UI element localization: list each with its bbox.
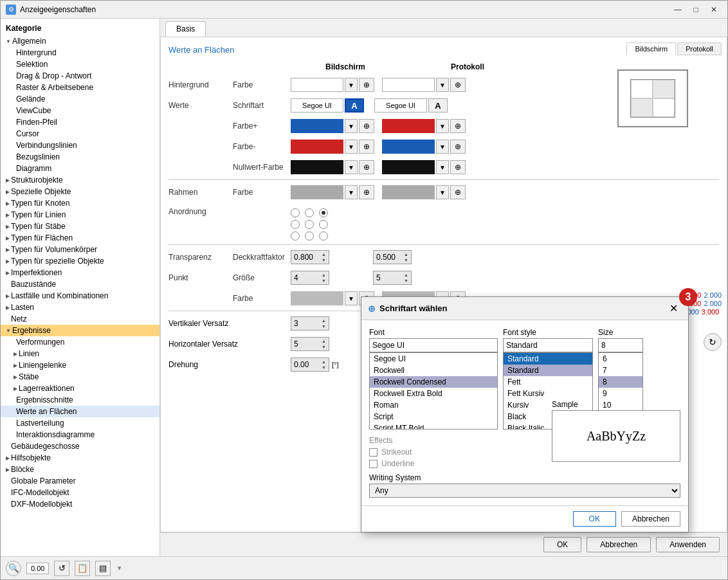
sidebar-item-bauzustaende[interactable]: Bauzustände xyxy=(1,278,159,290)
close-button[interactable]: ✕ xyxy=(705,3,722,16)
sidebar-item-lastverteilung[interactable]: Lastverteilung xyxy=(1,417,159,429)
hintergrund-picker-bildschirm[interactable]: ⊕ xyxy=(359,78,374,92)
sidebar-item-typenspez[interactable]: ▶ Typen für spezielle Objekte xyxy=(1,255,159,267)
radio-9[interactable] xyxy=(319,231,328,240)
sidebar-item-verbindungslinien[interactable]: Verbindungslinien xyxy=(1,140,159,151)
farbe-minus-color-bildschirm[interactable] xyxy=(291,140,343,154)
sidebar-item-bloecke[interactable]: ▶ Blöcke xyxy=(1,464,159,475)
style-item-standard2[interactable]: Standard xyxy=(504,365,592,376)
sidebar-item-strukturobjekte[interactable]: ▶ Strukturobjekte xyxy=(1,174,159,186)
radio-4[interactable] xyxy=(291,220,300,229)
sidebar-item-lagerreaktionen[interactable]: ▶ Lagerreaktionen xyxy=(1,383,159,394)
font-item-segoeui-top[interactable]: Segoe UI xyxy=(370,353,497,365)
font-listbox[interactable]: Segoe UI Rockwell Rockwell Condensed Roc… xyxy=(369,352,498,430)
strikeout-checkbox[interactable] xyxy=(369,448,378,457)
style-item-standard[interactable]: Standard xyxy=(504,353,592,365)
nullwert-color-protokoll[interactable] xyxy=(382,160,435,174)
sidebar-item-cursor[interactable]: Cursor xyxy=(1,128,159,140)
size-item-7[interactable]: 7 xyxy=(599,365,642,376)
dialog-ok-button[interactable]: OK xyxy=(573,511,616,527)
size-item-8[interactable]: 8 xyxy=(599,376,642,388)
sidebar-item-hintergrund[interactable]: Hintergrund xyxy=(1,47,159,59)
versatz-v-input[interactable]: 3 ▲▼ xyxy=(291,316,329,331)
farbe-plus-picker-bildschirm[interactable]: ⊕ xyxy=(359,119,374,133)
farbe-minus-color-protokoll[interactable] xyxy=(382,140,435,154)
side-tab-bildschirm[interactable]: Bildschirm xyxy=(626,42,676,55)
sidebar-item-bezugslinien[interactable]: Bezugslinien xyxy=(1,151,159,163)
transparenz-bildschirm[interactable]: 0.800 ▲▼ xyxy=(291,250,329,264)
size-item-6[interactable]: 6 xyxy=(599,353,642,365)
sidebar-item-ergebnisse[interactable]: ▼ Ergebnisse xyxy=(1,325,159,336)
sidebar-item-viewcube[interactable]: ViewCube xyxy=(1,105,159,116)
size-input[interactable] xyxy=(598,338,643,352)
hintergrund-color-btn-bildschirm[interactable]: ▼ xyxy=(345,78,358,92)
rahmen-btn-protokoll[interactable]: ▼ xyxy=(436,185,449,199)
groesse-bildschirm[interactable]: 4 ▲▼ xyxy=(291,271,329,285)
farbe-plus-color-bildschirm[interactable] xyxy=(291,119,343,133)
font-item-rockwell-condensed[interactable]: Rockwell Condensed xyxy=(370,376,497,388)
sidebar-item-gelaende[interactable]: Gelände xyxy=(1,93,159,105)
sidebar-item-staebe[interactable]: ▶ Stäbe xyxy=(1,371,159,383)
sidebar-item-hilfsobjekte[interactable]: ▶ Hilfsobjekte xyxy=(1,452,159,464)
statusbar-dropdown[interactable]: ▼ xyxy=(116,565,122,572)
ok-button[interactable]: OK xyxy=(543,537,581,552)
rahmen-picker-bildschirm[interactable]: ⊕ xyxy=(359,185,374,199)
writing-select[interactable]: Any xyxy=(369,484,680,498)
sidebar-item-werteflaechen[interactable]: Werte an Flächen xyxy=(1,406,159,417)
sidebar-item-linien[interactable]: ▶ Linien xyxy=(1,348,159,359)
style-item-fettkursiv[interactable]: Fett Kursiv xyxy=(504,388,592,399)
statusbar-search-btn[interactable]: 🔍 xyxy=(6,561,21,576)
font-item-script[interactable]: Script xyxy=(370,411,497,422)
radio-5[interactable] xyxy=(305,220,314,229)
farbe-minus-btn-protokoll[interactable]: ▼ xyxy=(436,140,449,154)
sidebar-item-diagramm[interactable]: Diagramm xyxy=(1,163,159,174)
versatz-h-input[interactable]: 5 ▲▼ xyxy=(291,337,329,351)
rahmen-picker-protokoll[interactable]: ⊕ xyxy=(450,185,466,199)
sidebar-item-netz[interactable]: Netz xyxy=(1,313,159,325)
size-item-9[interactable]: 9 xyxy=(599,388,642,399)
tab-basis[interactable]: Basis xyxy=(165,21,206,37)
font-style-btn-bildschirm[interactable]: A xyxy=(345,98,364,113)
style-item-fett[interactable]: Fett xyxy=(504,376,592,388)
font-style-btn-protokoll[interactable]: A xyxy=(428,98,448,113)
farbe-minus-btn-bildschirm[interactable]: ▼ xyxy=(345,140,358,154)
punkt-farbe-bildschirm[interactable] xyxy=(291,291,343,305)
font-item-rockwell[interactable]: Rockwell xyxy=(370,365,497,376)
farbe-minus-picker-protokoll[interactable]: ⊕ xyxy=(450,140,466,154)
hintergrund-picker-protokoll[interactable]: ⊕ xyxy=(450,78,466,92)
rahmen-color-protokoll[interactable] xyxy=(382,185,435,199)
groesse-protokoll[interactable]: 5 ▲▼ xyxy=(373,271,412,285)
sidebar-item-spezielle[interactable]: ▶ Spezielle Objekte xyxy=(1,186,159,197)
maximize-button[interactable]: □ xyxy=(687,3,704,16)
sidebar-item-liniengelenke[interactable]: ▶ Liniengelenke xyxy=(1,359,159,371)
farbe-plus-btn-protokoll[interactable]: ▼ xyxy=(436,119,449,133)
hintergrund-color-protokoll[interactable] xyxy=(382,78,435,92)
sidebar-item-interaktionen[interactable]: Interaktionsdiagramme xyxy=(1,429,159,440)
side-tab-protokoll[interactable]: Protokoll xyxy=(677,42,722,55)
sidebar-item-globale[interactable]: Globale Parameter xyxy=(1,475,159,487)
sidebar-item-lastfaelle[interactable]: ▶ Lastfälle und Kombinationen xyxy=(1,290,159,302)
punkt-farbe-btn-bildschirm[interactable]: ▼ xyxy=(345,291,358,305)
dialog-cancel-button[interactable]: Abbrechen xyxy=(621,511,680,527)
sidebar-item-dxf[interactable]: DXF-Modellobjekt xyxy=(1,498,159,510)
sidebar-item-finden[interactable]: Finden-Pfeil xyxy=(1,116,159,128)
hintergrund-color-btn-protokoll[interactable]: ▼ xyxy=(436,78,449,92)
radio-2[interactable] xyxy=(305,208,314,217)
sidebar-item-typenstabe[interactable]: ▶ Typen für Stäbe xyxy=(1,221,159,232)
sidebar-item-ergebnisschnitte[interactable]: Ergebnisschnitte xyxy=(1,394,159,406)
farbe-plus-picker-protokoll[interactable]: ⊕ xyxy=(450,119,466,133)
font-item-roman[interactable]: Roman xyxy=(370,399,497,411)
dialog-close-button[interactable]: ✕ xyxy=(666,301,682,316)
underline-checkbox[interactable] xyxy=(369,460,378,468)
nullwert-btn-protokoll[interactable]: ▼ xyxy=(436,160,449,174)
sidebar-item-allgemein[interactable]: ▼ Allgemein xyxy=(1,35,159,47)
sidebar-item-typenvolumen[interactable]: ▶ Typen für Volumenkörper xyxy=(1,244,159,255)
minimize-button[interactable]: — xyxy=(669,3,686,16)
drehung-input[interactable]: 0.00 ▲▼ xyxy=(291,358,329,372)
nullwert-btn-bildschirm[interactable]: ▼ xyxy=(345,160,358,174)
sidebar-item-imperfektionen[interactable]: ▶ Imperfektionen xyxy=(1,267,159,278)
sidebar-item-gebaeude[interactable]: Gebäudegeschosse xyxy=(1,440,159,452)
statusbar-btn-3[interactable]: ▤ xyxy=(95,561,111,576)
radio-8[interactable] xyxy=(305,231,314,240)
font-item-rockwell-extra[interactable]: Rockwell Extra Bold xyxy=(370,388,497,399)
